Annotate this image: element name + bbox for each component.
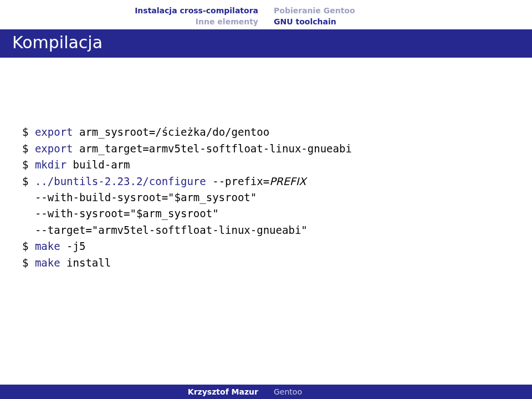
- nav-left-item-0[interactable]: Instalacja cross-compilatora: [0, 6, 258, 17]
- nav-left-item-1[interactable]: Inne elementy: [0, 17, 258, 28]
- code-line: $ ../buntils-2.23.2/configure --prefix=P…: [22, 173, 510, 190]
- footer: Krzysztof Mazur Gentoo: [0, 385, 532, 399]
- nav-left: Instalacja cross-compilatora Inne elemen…: [0, 6, 266, 27]
- code-line: $ make -j5: [22, 238, 510, 254]
- code-line: $ export arm_target=armv5tel-softfloat-l…: [22, 141, 510, 157]
- code-line: --target="armv5tel-softfloat-linux-gnuea…: [22, 222, 510, 238]
- nav-right-item-0[interactable]: Pobieranie Gentoo: [274, 6, 532, 17]
- code-line: --with-sysroot="$arm_sysroot": [22, 206, 510, 222]
- code-block: $ export arm_sysroot=/ścieżka/do/gentoo$…: [0, 58, 532, 271]
- header-nav: Instalacja cross-compilatora Inne elemen…: [0, 0, 532, 27]
- code-line: $ make install: [22, 255, 510, 271]
- code-line: $ mkdir build-arm: [22, 157, 510, 173]
- nav-right-item-1[interactable]: GNU toolchain: [274, 17, 532, 28]
- slide-title: Kompilacja: [0, 29, 532, 58]
- footer-author: Krzysztof Mazur: [0, 387, 266, 396]
- nav-right: Pobieranie Gentoo GNU toolchain: [266, 6, 532, 27]
- footer-topic: Gentoo: [266, 387, 532, 396]
- code-line: $ export arm_sysroot=/ścieżka/do/gentoo: [22, 124, 510, 140]
- code-line: --with-build-sysroot="$arm_sysroot": [22, 190, 510, 206]
